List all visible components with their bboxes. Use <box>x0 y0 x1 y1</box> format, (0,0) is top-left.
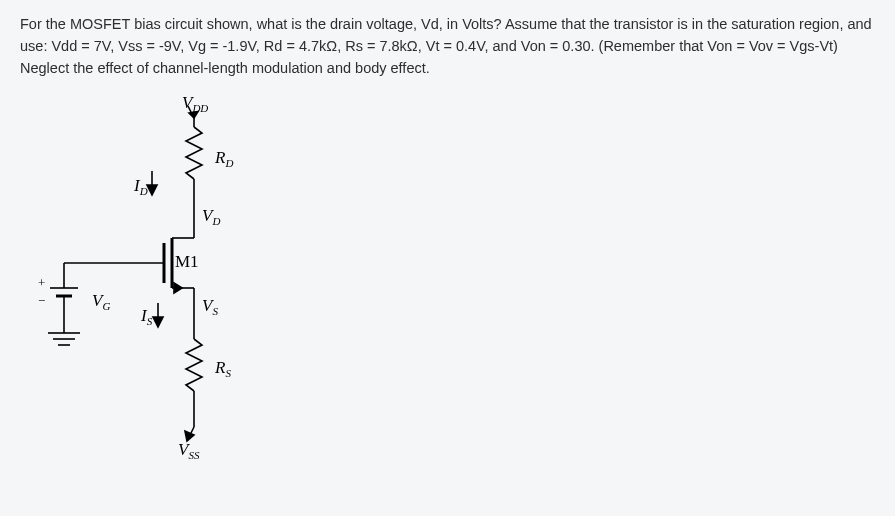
label-minus: − <box>38 291 45 311</box>
label-vs: VS <box>202 293 218 320</box>
label-vss: VSS <box>178 437 199 464</box>
circuit-diagram: VDD RD ID VD M1 VG IS VS RS VSS + − <box>22 93 282 493</box>
label-id: ID <box>134 173 148 200</box>
label-is: IS <box>141 303 152 330</box>
svg-marker-11 <box>174 283 182 293</box>
circuit-svg <box>22 93 282 493</box>
label-vd: VD <box>202 203 220 230</box>
label-vdd: VDD <box>182 90 208 117</box>
question-text: For the MOSFET bias circuit shown, what … <box>20 14 875 79</box>
svg-marker-5 <box>147 185 157 195</box>
label-vg: VG <box>92 288 110 315</box>
label-plus: + <box>38 273 45 293</box>
svg-marker-14 <box>153 317 163 327</box>
label-rs: RS <box>215 355 231 382</box>
label-m1: M1 <box>175 249 199 275</box>
label-rd: RD <box>215 145 233 172</box>
